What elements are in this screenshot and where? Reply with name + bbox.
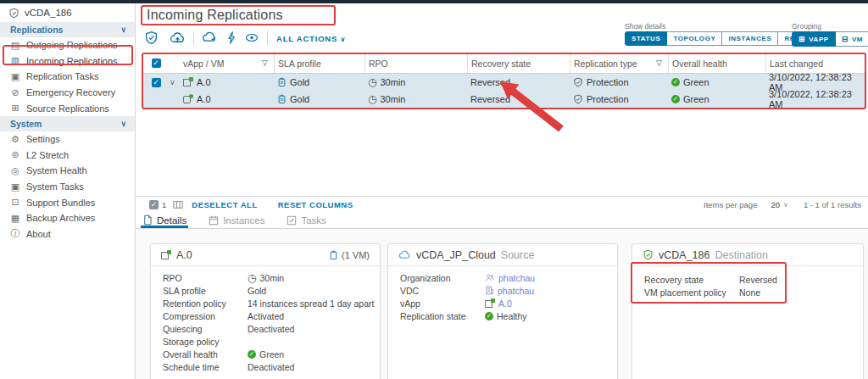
- shield-check-icon: [8, 8, 19, 19]
- detail-row-recovery-state: Recovery stateReversed: [632, 273, 863, 286]
- tab-instances[interactable]: Instances: [209, 212, 264, 228]
- sidebar-item-system-health[interactable]: ◎System Health: [0, 163, 135, 179]
- sidebar-item-incoming-replications[interactable]: ▥Incoming Replications: [0, 53, 135, 70]
- detail-row-sla-profile: SLA profileGold: [151, 284, 380, 297]
- vapp-icon: [161, 250, 171, 260]
- column-header-recovery-state[interactable]: Recovery state: [467, 53, 570, 73]
- detail-row-organization: Organizationphatchau: [388, 271, 617, 284]
- selected-checkbox-icon: ✓: [149, 200, 159, 209]
- all-actions-button[interactable]: ALL ACTIONS ∨: [276, 34, 346, 43]
- pause-replication-button[interactable]: [144, 31, 161, 46]
- vapp-details-card: A.0 (1 VM) RPO◷30min SLA profileGold Ret…: [150, 243, 381, 379]
- failover-button[interactable]: [170, 31, 186, 46]
- sidebar-item-outgoing-replications[interactable]: ▤Outgoing Replications: [0, 37, 135, 53]
- page-title: Incoming Replications: [147, 8, 283, 23]
- sidebar-item-host[interactable]: vCDA_186: [0, 3, 135, 22]
- source-replications-icon: ⊞: [10, 103, 20, 114]
- deselect-all-button[interactable]: DESELECT ALL: [192, 200, 257, 209]
- sidebar-section-system[interactable]: System ∨: [0, 116, 135, 131]
- recovery-state-value: Reversed: [470, 77, 510, 87]
- vm-icon: [183, 94, 193, 104]
- grouping-vm-button[interactable]: ⊟VM: [836, 31, 868, 47]
- items-per-page-select[interactable]: 20: [771, 200, 780, 209]
- vapp-link[interactable]: A.0: [498, 298, 512, 309]
- source-card-subtitle: Source: [501, 249, 535, 261]
- system-health-icon: ◎: [10, 165, 20, 176]
- tab-details[interactable]: Details: [142, 212, 186, 228]
- recovery-state-value: Reversed: [470, 94, 510, 104]
- sidebar-item-emergency-recovery[interactable]: ⊘Emergency Recovery: [0, 85, 135, 101]
- section-label: System: [10, 119, 42, 129]
- show-button[interactable]: [244, 31, 261, 46]
- grouping-label: Grouping: [792, 22, 821, 31]
- sidebar-item-support-bundles[interactable]: ⊡Support Bundles: [0, 194, 135, 210]
- cloud-upload-icon: [170, 31, 186, 45]
- column-header-rpo[interactable]: RPO: [364, 53, 467, 73]
- sla-profile-icon: [277, 77, 287, 87]
- organization-link[interactable]: phatchau: [498, 273, 535, 283]
- select-all-checkbox[interactable]: ✓: [152, 59, 161, 68]
- source-card: vCDA_JP_Cloud Source Organizationphatcha…: [387, 243, 618, 379]
- shield-check-icon: [144, 31, 159, 45]
- column-header-overall-health[interactable]: Overall health: [668, 53, 765, 73]
- show-details-status-button[interactable]: STATUS: [625, 31, 667, 46]
- building-icon: [485, 286, 494, 295]
- vapp-card-title: A.0: [176, 249, 192, 261]
- results-range: 1 - 1 of 1 results: [804, 200, 861, 209]
- sidebar-item-settings[interactable]: ⚙Settings: [0, 131, 135, 148]
- detail-row-rpo: RPO◷30min: [151, 271, 380, 284]
- chevron-down-icon[interactable]: ∨: [783, 201, 788, 209]
- test-failover-button[interactable]: [202, 31, 219, 46]
- detail-tabs: Details Instances Tasks: [136, 212, 868, 229]
- grouping-vapp-button[interactable]: ⊞VAPP: [792, 31, 836, 47]
- column-header-replication-type[interactable]: Replication type: [570, 53, 668, 73]
- destination-card-subtitle: Destination: [715, 249, 768, 261]
- row-checkbox[interactable]: ✓: [152, 78, 161, 87]
- protection-shield-icon: [573, 77, 583, 87]
- vm-icon: ⊟: [842, 35, 849, 43]
- sidebar-item-backup-archives[interactable]: ▦Backup Archives: [0, 210, 135, 226]
- table-row-vm[interactable]: A.0 Gold ◷30min Reversed Protection ✓Gre…: [142, 91, 866, 109]
- eye-icon: [244, 31, 259, 45]
- host-label: vCDA_186: [25, 8, 72, 18]
- health-green-icon: ✓: [248, 350, 256, 359]
- chevron-down-icon: ∨: [120, 120, 126, 128]
- column-header-sla-profile[interactable]: SLA profile: [274, 53, 364, 73]
- protection-shield-icon: [573, 94, 583, 104]
- sidebar-item-source-replications[interactable]: ⊞Source Replications: [0, 100, 135, 116]
- table-row-vapp[interactable]: ✓ ∨ A.0 Gold ◷30min Reversed Protection …: [142, 74, 866, 91]
- filter-icon[interactable]: [655, 59, 663, 67]
- detail-row-compression: CompressionActivated: [151, 309, 380, 322]
- collapse-row-icon[interactable]: ∨: [170, 78, 175, 86]
- source-card-title: vCDA_JP_Cloud: [416, 249, 496, 261]
- source-card-header: vCDA_JP_Cloud Source: [388, 244, 617, 266]
- reset-columns-button[interactable]: RESET COLUMNS: [278, 200, 353, 209]
- sync-now-button[interactable]: [225, 31, 242, 46]
- vapp-icon: [183, 77, 193, 87]
- columns-icon[interactable]: [173, 200, 183, 209]
- replication-tasks-icon: ▣: [10, 71, 20, 82]
- selected-count: 1: [162, 200, 166, 209]
- detail-row-overall-health: Overall health✓Green: [151, 348, 380, 360]
- sidebar-item-l2-stretch[interactable]: ⊚L2 Stretch: [0, 148, 135, 164]
- column-header-vapp-vm[interactable]: vApp / VM: [180, 53, 274, 73]
- sidebar-item-about[interactable]: ⓘAbout: [0, 226, 135, 242]
- sidebar-section-replications[interactable]: Replications ∨: [0, 22, 135, 37]
- show-details-instances-button[interactable]: INSTANCES: [722, 31, 778, 46]
- tab-tasks[interactable]: Tasks: [287, 212, 326, 228]
- detail-row-vapp: vAppA.0: [388, 297, 617, 309]
- table-footer: ✓ 1 DESELECT ALL RESET COLUMNS Items per…: [136, 196, 868, 212]
- info-icon: ⓘ: [10, 227, 20, 240]
- details-doc-icon: [142, 215, 153, 226]
- items-per-page-label: Items per page: [704, 200, 757, 209]
- toolbar-divider: [267, 31, 268, 46]
- vm-doc-icon: [329, 250, 338, 260]
- filter-icon[interactable]: [261, 59, 269, 67]
- sidebar-item-system-tasks[interactable]: ▣System Tasks: [0, 179, 135, 195]
- vdc-link[interactable]: phatchau: [498, 286, 534, 296]
- sidebar-item-replication-tasks[interactable]: ▣Replication Tasks: [0, 69, 135, 85]
- outgoing-replications-icon: ▤: [10, 40, 20, 51]
- column-header-last-changed[interactable]: Last changed: [765, 53, 866, 73]
- health-green-icon: ✓: [671, 95, 680, 103]
- show-details-topology-button[interactable]: TOPOLOGY: [667, 31, 722, 46]
